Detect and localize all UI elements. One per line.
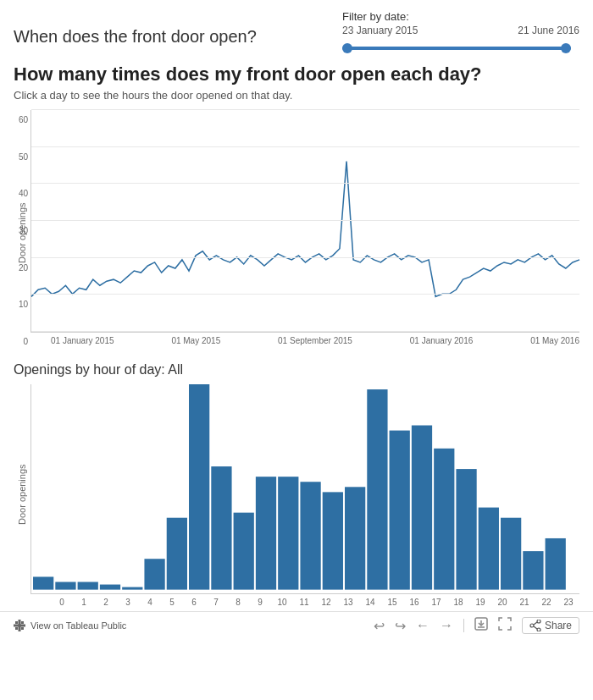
download-icon[interactable]	[474, 617, 488, 634]
main-title: When does the front door open?	[14, 27, 257, 47]
svg-point-9	[537, 620, 540, 623]
x-label-jan2015: 01 January 2015	[51, 336, 114, 345]
bar-x-label-21: 21	[513, 598, 535, 607]
bar-4[interactable]	[122, 587, 142, 590]
footer-left: View on Tableau Public	[14, 620, 126, 631]
bar-x-label-5: 5	[161, 598, 183, 607]
bar-16[interactable]	[390, 431, 410, 590]
bar-x-label-16: 16	[403, 598, 425, 607]
bar-17[interactable]	[412, 426, 432, 590]
line-chart-svg	[31, 110, 579, 328]
line-chart-subtitle: Click a day to see the hours the door op…	[14, 89, 579, 102]
svg-point-10	[537, 628, 540, 631]
svg-rect-4	[15, 627, 18, 630]
bar-x-label-23: 23	[557, 598, 579, 607]
y-tick-0: 0	[23, 336, 31, 345]
bar-x-label-6: 6	[183, 598, 205, 607]
date-start: 23 January 2015	[342, 25, 418, 36]
filter-dates: 23 January 2015 21 June 2016	[342, 25, 579, 36]
back-button[interactable]: ←	[416, 618, 430, 633]
footer: View on Tableau Public ↩ ↪ ← →	[0, 611, 593, 639]
tableau-logo-icon	[14, 620, 25, 631]
bar-x-label-4: 4	[139, 598, 161, 607]
bar-x-label-19: 19	[469, 598, 491, 607]
bar-2[interactable]	[78, 582, 98, 590]
bar-7[interactable]	[189, 384, 209, 590]
bar-x-label-7: 7	[205, 598, 227, 607]
bar-x-label-20: 20	[491, 598, 513, 607]
svg-line-13	[534, 626, 537, 629]
bar-chart-area[interactable]	[30, 384, 579, 594]
bar-x-label-0: 0	[51, 598, 73, 607]
bar-8[interactable]	[211, 466, 231, 590]
bar-10[interactable]	[256, 477, 276, 589]
grid-line-10: 10	[31, 294, 579, 295]
share-button[interactable]: Share	[522, 617, 579, 634]
bar-9[interactable]	[234, 513, 254, 590]
grid-line-0: 0	[31, 331, 579, 332]
bar-3[interactable]	[100, 585, 120, 590]
bar-x-label-13: 13	[337, 598, 359, 607]
line-chart-container: 0 10 20 30 40 50 60	[30, 110, 579, 356]
bar-chart-wrapper: Door openings	[14, 384, 579, 604]
svg-rect-2	[15, 621, 18, 624]
undo-button[interactable]: ↩	[374, 618, 385, 634]
bar-23[interactable]	[546, 538, 566, 590]
bar-chart-title: Openings by hour of day: All	[14, 362, 579, 378]
date-slider[interactable]	[342, 40, 571, 57]
bar-21[interactable]	[501, 518, 521, 590]
bar-12[interactable]	[300, 482, 320, 589]
slider-track	[342, 47, 571, 50]
bar-0[interactable]	[33, 576, 53, 589]
filter-label: Filter by date:	[342, 10, 409, 23]
grid-line-60: 60	[31, 109, 579, 110]
slider-thumb-left[interactable]	[342, 43, 352, 53]
svg-point-11	[530, 624, 534, 627]
line-chart-wrapper: Door openings 0 10 20 30 40	[14, 110, 579, 356]
bar-chart-x-labels: 0 1 2 3 4 5 6 7 8 9 10 11 12 13 14 15 16…	[30, 594, 579, 607]
line-chart-title: How many times does my front door open e…	[14, 63, 579, 85]
bar-chart-section: Openings by hour of day: All Door openin…	[0, 356, 593, 604]
bar-x-label-3: 3	[117, 598, 139, 607]
bar-x-label-14: 14	[359, 598, 381, 607]
bar-6[interactable]	[167, 518, 187, 590]
line-chart-area[interactable]: 0 10 20 30 40 50 60	[30, 110, 579, 333]
bar-x-label-12: 12	[315, 598, 337, 607]
bar-x-label-8: 8	[227, 598, 249, 607]
svg-rect-1	[14, 625, 25, 627]
bar-x-label-1: 1	[73, 598, 95, 607]
bar-x-label-11: 11	[293, 598, 315, 607]
redo-button[interactable]: ↪	[395, 618, 406, 634]
bar-x-label-10: 10	[271, 598, 293, 607]
x-label-may2015: 01 May 2015	[171, 336, 220, 345]
svg-rect-3	[21, 621, 24, 624]
grid-line-20: 20	[31, 257, 579, 258]
filter-section: Filter by date: 23 January 2015 21 June …	[342, 10, 579, 57]
x-label-jan2016: 01 January 2016	[410, 336, 474, 345]
forward-button[interactable]: →	[440, 618, 453, 633]
bar-x-label-22: 22	[535, 598, 557, 607]
bar-13[interactable]	[323, 492, 343, 589]
bar-chart-container: 0 1 2 3 4 5 6 7 8 9 10 11 12 13 14 15 16…	[30, 384, 579, 604]
bar-22[interactable]	[523, 551, 543, 589]
footer-divider	[463, 619, 464, 632]
bar-x-label-17: 17	[425, 598, 447, 607]
tableau-link[interactable]: View on Tableau Public	[30, 620, 126, 631]
x-axis-labels: 01 January 2015 01 May 2015 01 September…	[30, 333, 579, 345]
bar-19[interactable]	[456, 469, 476, 590]
bar-15[interactable]	[367, 389, 387, 590]
bar-14[interactable]	[345, 487, 365, 589]
bar-11[interactable]	[278, 477, 298, 589]
bar-20[interactable]	[479, 508, 499, 590]
x-label-may2016: 01 May 2016	[530, 336, 579, 345]
grid-line-30: 30	[31, 220, 579, 221]
bar-18[interactable]	[434, 449, 454, 590]
bar-1[interactable]	[55, 582, 75, 590]
slider-thumb-right[interactable]	[561, 43, 571, 53]
y-tick-40: 40	[19, 189, 31, 198]
fullscreen-icon[interactable]	[498, 617, 512, 634]
y-tick-10: 10	[19, 300, 31, 309]
footer-right: ↩ ↪ ← →	[374, 617, 579, 634]
line-chart-section: How many times does my front door open e…	[0, 63, 593, 356]
bar-5[interactable]	[144, 559, 164, 589]
